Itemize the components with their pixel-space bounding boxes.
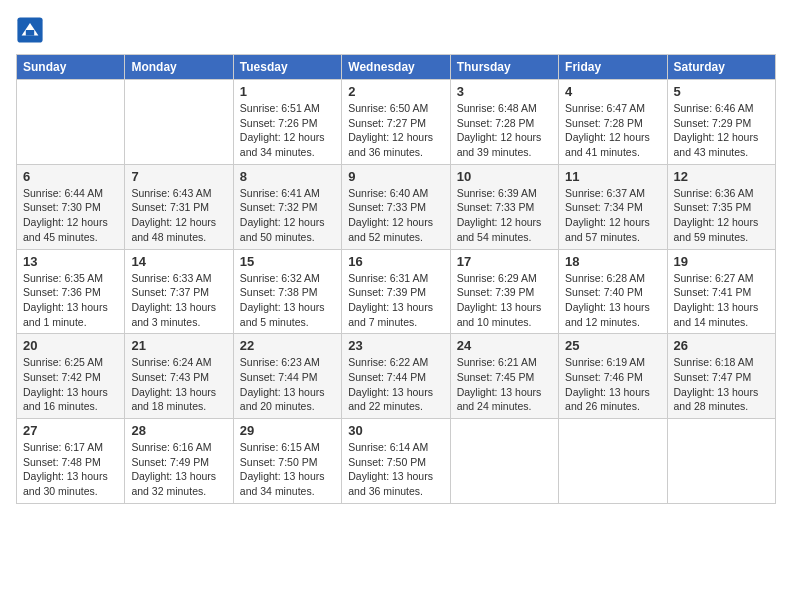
day-info: Sunrise: 6:51 AM Sunset: 7:26 PM Dayligh… <box>240 101 335 160</box>
calendar-cell: 9Sunrise: 6:40 AM Sunset: 7:33 PM Daylig… <box>342 164 450 249</box>
calendar-cell: 10Sunrise: 6:39 AM Sunset: 7:33 PM Dayli… <box>450 164 558 249</box>
logo <box>16 16 48 44</box>
calendar-cell: 24Sunrise: 6:21 AM Sunset: 7:45 PM Dayli… <box>450 334 558 419</box>
day-info: Sunrise: 6:25 AM Sunset: 7:42 PM Dayligh… <box>23 355 118 414</box>
day-info: Sunrise: 6:44 AM Sunset: 7:30 PM Dayligh… <box>23 186 118 245</box>
day-number: 25 <box>565 338 660 353</box>
day-info: Sunrise: 6:47 AM Sunset: 7:28 PM Dayligh… <box>565 101 660 160</box>
day-info: Sunrise: 6:18 AM Sunset: 7:47 PM Dayligh… <box>674 355 769 414</box>
day-info: Sunrise: 6:22 AM Sunset: 7:44 PM Dayligh… <box>348 355 443 414</box>
day-info: Sunrise: 6:17 AM Sunset: 7:48 PM Dayligh… <box>23 440 118 499</box>
calendar-cell: 27Sunrise: 6:17 AM Sunset: 7:48 PM Dayli… <box>17 419 125 504</box>
calendar-header-tuesday: Tuesday <box>233 55 341 80</box>
day-info: Sunrise: 6:27 AM Sunset: 7:41 PM Dayligh… <box>674 271 769 330</box>
calendar-cell: 17Sunrise: 6:29 AM Sunset: 7:39 PM Dayli… <box>450 249 558 334</box>
calendar-cell: 2Sunrise: 6:50 AM Sunset: 7:27 PM Daylig… <box>342 80 450 165</box>
day-info: Sunrise: 6:40 AM Sunset: 7:33 PM Dayligh… <box>348 186 443 245</box>
calendar-week-3: 13Sunrise: 6:35 AM Sunset: 7:36 PM Dayli… <box>17 249 776 334</box>
day-number: 29 <box>240 423 335 438</box>
day-number: 27 <box>23 423 118 438</box>
calendar-cell: 30Sunrise: 6:14 AM Sunset: 7:50 PM Dayli… <box>342 419 450 504</box>
day-number: 30 <box>348 423 443 438</box>
calendar-table: SundayMondayTuesdayWednesdayThursdayFrid… <box>16 54 776 504</box>
day-number: 14 <box>131 254 226 269</box>
day-number: 21 <box>131 338 226 353</box>
calendar-cell: 1Sunrise: 6:51 AM Sunset: 7:26 PM Daylig… <box>233 80 341 165</box>
day-number: 5 <box>674 84 769 99</box>
calendar-header-wednesday: Wednesday <box>342 55 450 80</box>
calendar-cell: 15Sunrise: 6:32 AM Sunset: 7:38 PM Dayli… <box>233 249 341 334</box>
calendar-cell: 22Sunrise: 6:23 AM Sunset: 7:44 PM Dayli… <box>233 334 341 419</box>
day-number: 4 <box>565 84 660 99</box>
calendar-cell: 28Sunrise: 6:16 AM Sunset: 7:49 PM Dayli… <box>125 419 233 504</box>
day-info: Sunrise: 6:19 AM Sunset: 7:46 PM Dayligh… <box>565 355 660 414</box>
calendar-cell: 29Sunrise: 6:15 AM Sunset: 7:50 PM Dayli… <box>233 419 341 504</box>
day-info: Sunrise: 6:31 AM Sunset: 7:39 PM Dayligh… <box>348 271 443 330</box>
calendar-cell <box>450 419 558 504</box>
day-number: 18 <box>565 254 660 269</box>
calendar-cell: 13Sunrise: 6:35 AM Sunset: 7:36 PM Dayli… <box>17 249 125 334</box>
day-info: Sunrise: 6:23 AM Sunset: 7:44 PM Dayligh… <box>240 355 335 414</box>
day-number: 3 <box>457 84 552 99</box>
calendar-cell <box>559 419 667 504</box>
calendar-week-4: 20Sunrise: 6:25 AM Sunset: 7:42 PM Dayli… <box>17 334 776 419</box>
day-number: 17 <box>457 254 552 269</box>
day-info: Sunrise: 6:32 AM Sunset: 7:38 PM Dayligh… <box>240 271 335 330</box>
calendar-cell: 5Sunrise: 6:46 AM Sunset: 7:29 PM Daylig… <box>667 80 775 165</box>
calendar-cell: 23Sunrise: 6:22 AM Sunset: 7:44 PM Dayli… <box>342 334 450 419</box>
day-number: 9 <box>348 169 443 184</box>
calendar-cell: 20Sunrise: 6:25 AM Sunset: 7:42 PM Dayli… <box>17 334 125 419</box>
day-info: Sunrise: 6:41 AM Sunset: 7:32 PM Dayligh… <box>240 186 335 245</box>
calendar-cell: 16Sunrise: 6:31 AM Sunset: 7:39 PM Dayli… <box>342 249 450 334</box>
day-number: 28 <box>131 423 226 438</box>
day-number: 19 <box>674 254 769 269</box>
day-number: 15 <box>240 254 335 269</box>
day-number: 13 <box>23 254 118 269</box>
day-number: 12 <box>674 169 769 184</box>
calendar-cell: 26Sunrise: 6:18 AM Sunset: 7:47 PM Dayli… <box>667 334 775 419</box>
calendar-cell <box>667 419 775 504</box>
calendar-week-2: 6Sunrise: 6:44 AM Sunset: 7:30 PM Daylig… <box>17 164 776 249</box>
day-number: 24 <box>457 338 552 353</box>
calendar-cell: 4Sunrise: 6:47 AM Sunset: 7:28 PM Daylig… <box>559 80 667 165</box>
day-info: Sunrise: 6:15 AM Sunset: 7:50 PM Dayligh… <box>240 440 335 499</box>
calendar-cell: 6Sunrise: 6:44 AM Sunset: 7:30 PM Daylig… <box>17 164 125 249</box>
day-info: Sunrise: 6:48 AM Sunset: 7:28 PM Dayligh… <box>457 101 552 160</box>
day-info: Sunrise: 6:46 AM Sunset: 7:29 PM Dayligh… <box>674 101 769 160</box>
calendar-header-row: SundayMondayTuesdayWednesdayThursdayFrid… <box>17 55 776 80</box>
calendar-cell: 3Sunrise: 6:48 AM Sunset: 7:28 PM Daylig… <box>450 80 558 165</box>
day-info: Sunrise: 6:35 AM Sunset: 7:36 PM Dayligh… <box>23 271 118 330</box>
calendar-cell <box>17 80 125 165</box>
day-info: Sunrise: 6:21 AM Sunset: 7:45 PM Dayligh… <box>457 355 552 414</box>
calendar-cell: 25Sunrise: 6:19 AM Sunset: 7:46 PM Dayli… <box>559 334 667 419</box>
day-info: Sunrise: 6:33 AM Sunset: 7:37 PM Dayligh… <box>131 271 226 330</box>
calendar-header-friday: Friday <box>559 55 667 80</box>
calendar-header-thursday: Thursday <box>450 55 558 80</box>
calendar-header-sunday: Sunday <box>17 55 125 80</box>
calendar-cell: 21Sunrise: 6:24 AM Sunset: 7:43 PM Dayli… <box>125 334 233 419</box>
calendar-cell: 11Sunrise: 6:37 AM Sunset: 7:34 PM Dayli… <box>559 164 667 249</box>
calendar-cell: 8Sunrise: 6:41 AM Sunset: 7:32 PM Daylig… <box>233 164 341 249</box>
day-number: 20 <box>23 338 118 353</box>
day-number: 1 <box>240 84 335 99</box>
calendar-header-monday: Monday <box>125 55 233 80</box>
calendar-cell: 12Sunrise: 6:36 AM Sunset: 7:35 PM Dayli… <box>667 164 775 249</box>
calendar-cell: 14Sunrise: 6:33 AM Sunset: 7:37 PM Dayli… <box>125 249 233 334</box>
day-info: Sunrise: 6:24 AM Sunset: 7:43 PM Dayligh… <box>131 355 226 414</box>
day-number: 26 <box>674 338 769 353</box>
day-info: Sunrise: 6:39 AM Sunset: 7:33 PM Dayligh… <box>457 186 552 245</box>
day-info: Sunrise: 6:29 AM Sunset: 7:39 PM Dayligh… <box>457 271 552 330</box>
day-number: 7 <box>131 169 226 184</box>
calendar-week-1: 1Sunrise: 6:51 AM Sunset: 7:26 PM Daylig… <box>17 80 776 165</box>
page-header <box>16 16 776 44</box>
calendar-week-5: 27Sunrise: 6:17 AM Sunset: 7:48 PM Dayli… <box>17 419 776 504</box>
calendar-header-saturday: Saturday <box>667 55 775 80</box>
calendar-cell: 19Sunrise: 6:27 AM Sunset: 7:41 PM Dayli… <box>667 249 775 334</box>
day-number: 23 <box>348 338 443 353</box>
calendar-cell: 18Sunrise: 6:28 AM Sunset: 7:40 PM Dayli… <box>559 249 667 334</box>
day-number: 10 <box>457 169 552 184</box>
day-number: 8 <box>240 169 335 184</box>
day-number: 22 <box>240 338 335 353</box>
day-info: Sunrise: 6:37 AM Sunset: 7:34 PM Dayligh… <box>565 186 660 245</box>
day-number: 2 <box>348 84 443 99</box>
